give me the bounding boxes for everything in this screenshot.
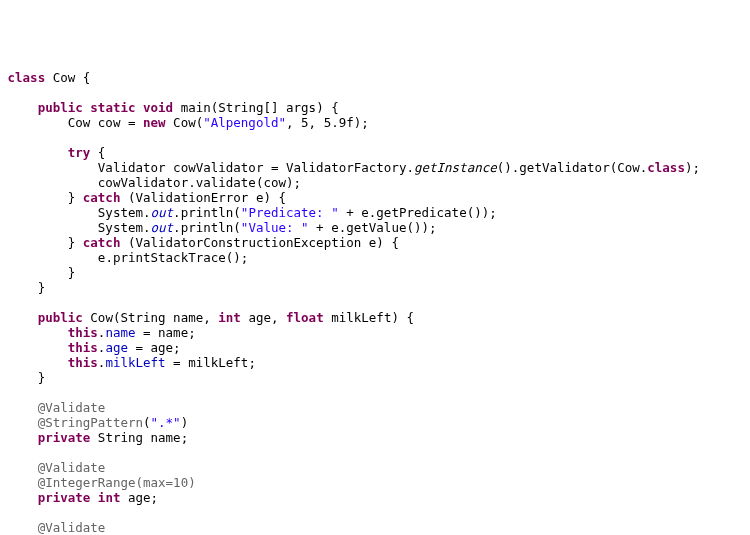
line: try { [0, 145, 105, 160]
line: System.out.println("Value: " + e.getValu… [0, 220, 437, 235]
lbrace: { [98, 145, 106, 160]
dot: . [173, 220, 181, 235]
rparen: ) [422, 220, 430, 235]
keyword-private: private [38, 430, 91, 445]
dot: . [188, 175, 196, 190]
plus: + [309, 220, 332, 235]
rparen: ) [263, 190, 271, 205]
id-vf: ValidatorFactory [286, 160, 406, 175]
fld-out: out [151, 205, 174, 220]
plus: + [339, 205, 362, 220]
lparen: ( [128, 235, 136, 250]
fld-out: out [151, 220, 174, 235]
lparen: ( [128, 190, 136, 205]
id-cow: Cow [53, 70, 76, 85]
fld-age: age [105, 340, 128, 355]
lparen: ( [233, 205, 241, 220]
line: } [0, 265, 75, 280]
mth-getpredicate: getPredicate [376, 205, 466, 220]
mth-getvalidator: getValidator [519, 160, 609, 175]
line: class Cow { [0, 70, 90, 85]
id-cow-ctor: Cow [90, 310, 113, 325]
param-name: String name [120, 310, 203, 325]
lbrace: { [83, 70, 91, 85]
mth-pst: printStackTrace [113, 250, 226, 265]
keyword-class: class [647, 160, 685, 175]
id-cow-ctor: Cow [173, 115, 196, 130]
id-cowvalidator: cowValidator [98, 175, 188, 190]
line: } catch (ValidationError e) { [0, 190, 286, 205]
str-alpengold: "Alpengold" [203, 115, 286, 130]
line: @Validate [0, 520, 105, 535]
keyword-public: public [38, 310, 83, 325]
line: } [0, 280, 45, 295]
comma: , [309, 115, 317, 130]
dot: . [105, 250, 113, 265]
keyword-int: int [98, 490, 121, 505]
id-e: e [331, 220, 339, 235]
line: @StringPattern(".*") [0, 415, 188, 430]
mth-getinstance: getInstance [414, 160, 497, 175]
line: } catch (ValidatorConstructionException … [0, 235, 399, 250]
id-main: main [181, 100, 211, 115]
line: this.milkLeft = milkLeft; [0, 355, 256, 370]
lparen: ( [143, 415, 151, 430]
rparen: ) [233, 250, 241, 265]
rparen: ) [316, 100, 324, 115]
keyword-private: private [38, 490, 91, 505]
type-string: String [98, 430, 143, 445]
semi: ; [241, 250, 249, 265]
id-validator: Validator [98, 160, 166, 175]
rbrace: } [68, 190, 76, 205]
keyword-catch: catch [83, 190, 121, 205]
line: } [0, 370, 45, 385]
line: public Cow(String name, int age, float m… [0, 310, 414, 325]
code-block: class Cow { public static void main(Stri… [0, 70, 750, 535]
lbrace: { [407, 310, 415, 325]
semi: ; [248, 355, 256, 370]
line: System.out.println("Predicate: " + e.get… [0, 205, 497, 220]
lbrace: { [331, 100, 339, 115]
mth-println: println [181, 220, 234, 235]
rparen: ) [181, 415, 189, 430]
str-predicate: "Predicate: " [241, 205, 339, 220]
line: @Validate [0, 460, 105, 475]
keyword-int: int [218, 310, 241, 325]
keyword-float: float [286, 310, 324, 325]
fld-name-decl: name [151, 430, 181, 445]
ann-validate: @Validate [38, 400, 106, 415]
dot: . [406, 160, 414, 175]
param-age: age [248, 310, 271, 325]
comma: , [271, 310, 279, 325]
lbrace: { [391, 235, 399, 250]
rbrace: } [68, 265, 76, 280]
line: this.age = age; [0, 340, 181, 355]
param-milk: milkLeft [331, 310, 391, 325]
line: Validator cowValidator = ValidatorFactor… [0, 160, 700, 175]
rparen: ) [414, 220, 422, 235]
ann-validate: @Validate [38, 520, 106, 535]
lparen: ( [406, 220, 414, 235]
id-milkleft: milkLeft [188, 355, 248, 370]
id-age: age [151, 340, 174, 355]
keyword-class: class [8, 70, 46, 85]
eq: = [263, 160, 286, 175]
keyword-this: this [68, 340, 98, 355]
id-system: System [98, 220, 143, 235]
param-args: String[] args [218, 100, 316, 115]
id-cow-var: cow [263, 175, 286, 190]
num-5: 5 [301, 115, 309, 130]
keyword-try: try [68, 145, 91, 160]
line: cowValidator.validate(cow); [0, 175, 301, 190]
id-vce: ValidatorConstructionException [136, 235, 362, 250]
id-cow: Cow [617, 160, 640, 175]
semi: ; [294, 175, 302, 190]
keyword-public: public [38, 100, 83, 115]
dot: . [143, 205, 151, 220]
semi: ; [151, 490, 159, 505]
ann-validate: @Validate [38, 460, 106, 475]
keyword-catch: catch [83, 235, 121, 250]
ann-integerrange: @IntegerRange [38, 475, 136, 490]
lparen: ( [233, 220, 241, 235]
id-system: System [98, 205, 143, 220]
